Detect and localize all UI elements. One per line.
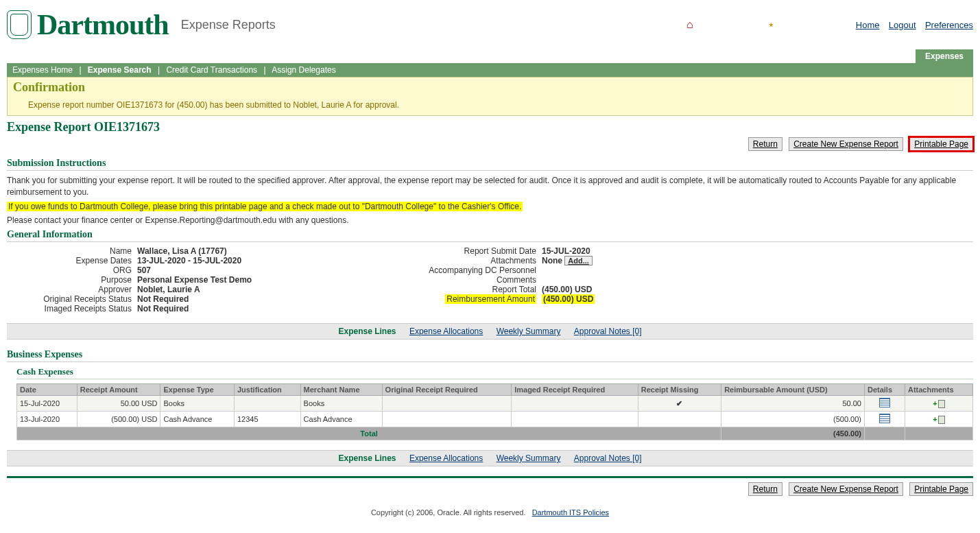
nav-expenses-home[interactable]: Expenses Home bbox=[12, 65, 73, 75]
gi-submit-date-value: 15-JUL-2020 bbox=[542, 246, 590, 256]
th-orig-receipt-req: Original Receipt Required bbox=[382, 384, 512, 396]
cell-orig-req bbox=[382, 396, 512, 412]
section-nav-bottom: Expense Lines Expense Allocations Weekly… bbox=[7, 450, 973, 466]
cell-attachments[interactable]: + bbox=[905, 396, 972, 412]
nav-assign-delegates[interactable]: Assign Delegates bbox=[272, 65, 335, 75]
create-new-button[interactable]: Create New Expense Report bbox=[789, 482, 903, 496]
general-information-heading: General Information bbox=[7, 229, 973, 242]
th-date: Date bbox=[17, 384, 77, 396]
sub-navbar: Expenses Home | Expense Search | Credit … bbox=[7, 63, 973, 77]
confirmation-box: Confirmation Expense report number OIE13… bbox=[7, 77, 973, 116]
th-justification: Justification bbox=[235, 384, 301, 396]
cash-expenses-heading: Cash Expenses bbox=[16, 366, 973, 379]
gi-attachments-value: None Add... bbox=[542, 256, 593, 265]
cell-details[interactable] bbox=[864, 396, 905, 412]
gi-name-value: Wallace, Lisa A (17767) bbox=[137, 246, 227, 256]
add-attachment-icon[interactable]: + bbox=[933, 399, 944, 408]
header-bar: Dartmouth Expense Reports ⌂ ⭑ Home Logou… bbox=[7, 5, 973, 49]
table-row: 13-Jul-2020 (500.00) USD Cash Advance 12… bbox=[17, 412, 973, 427]
cell-attachments[interactable]: + bbox=[905, 412, 972, 427]
gi-dates-value: 13-JUL-2020 - 15-JUL-2020 bbox=[137, 256, 241, 265]
nav-expense-allocations[interactable]: Expense Allocations bbox=[409, 453, 483, 463]
owe-funds-highlight: If you owe funds to Dartmouth College, p… bbox=[7, 202, 523, 211]
cell-missing bbox=[638, 412, 721, 427]
gi-purpose-label: Purpose bbox=[7, 275, 137, 285]
cell-justification: 12345 bbox=[235, 412, 301, 427]
gi-comments-label: Comments bbox=[411, 275, 542, 285]
cell-img-req bbox=[512, 396, 638, 412]
nav-weekly-summary[interactable]: Weekly Summary bbox=[497, 327, 561, 336]
th-merchant: Merchant Name bbox=[300, 384, 382, 396]
tab-expenses[interactable]: Expenses bbox=[916, 49, 973, 63]
gi-org-value: 507 bbox=[137, 265, 151, 275]
th-attachments: Attachments bbox=[905, 384, 972, 396]
nav-approval-notes[interactable]: Approval Notes [0] bbox=[574, 327, 642, 336]
total-label: Total bbox=[17, 427, 721, 440]
add-attachment-button[interactable]: Add... bbox=[564, 256, 593, 265]
gi-submit-date-label: Report Submit Date bbox=[411, 246, 542, 256]
cell-receipt-amount: (500.00) USD bbox=[77, 412, 160, 427]
instruction-p1: Thank you for submitting your expense re… bbox=[7, 175, 973, 198]
tab-row: Expenses bbox=[7, 49, 973, 63]
nav-expense-lines[interactable]: Expense Lines bbox=[333, 453, 402, 463]
logout-link[interactable]: Logout bbox=[889, 20, 916, 30]
instruction-p3: Please contact your finance center or Ex… bbox=[7, 215, 973, 226]
gi-report-total-label: Report Total bbox=[411, 285, 542, 294]
its-policies-link[interactable]: Dartmouth ITS Policies bbox=[532, 508, 609, 517]
home-icon[interactable]: ⌂ bbox=[686, 19, 693, 31]
nav-credit-card[interactable]: Credit Card Transactions bbox=[166, 65, 257, 75]
nav-approval-notes[interactable]: Approval Notes [0] bbox=[574, 453, 642, 463]
gi-reimb-amount-value: (450.00) USD bbox=[542, 294, 595, 304]
preferences-link[interactable]: Preferences bbox=[925, 20, 973, 30]
cell-reimb: 50.00 bbox=[721, 396, 865, 412]
footer-copyright: Copyright (c) 2006, Oracle. All rights r… bbox=[7, 508, 973, 517]
cell-merchant: Cash Advance bbox=[300, 412, 382, 427]
shield-icon bbox=[7, 10, 32, 39]
gi-purpose-value: Personal Expense Test Demo bbox=[137, 275, 252, 285]
printable-page-button[interactable]: Printable Page bbox=[909, 482, 973, 496]
gi-dates-label: Expense Dates bbox=[7, 256, 137, 265]
favorite-icon[interactable]: ⭑ bbox=[769, 19, 774, 31]
th-receipt-missing: Receipt Missing bbox=[638, 384, 721, 396]
brand-block: Dartmouth Expense Reports bbox=[7, 8, 276, 41]
submission-instructions-heading: Submission Instructions bbox=[7, 158, 973, 171]
business-expenses-heading: Business Expenses bbox=[7, 349, 973, 362]
th-reimb-amount: Reimbursable Amount (USD) bbox=[721, 384, 865, 396]
return-button[interactable]: Return bbox=[748, 137, 782, 151]
page-title: Expense Report OIE1371673 bbox=[7, 120, 973, 134]
th-receipt-amount: Receipt Amount bbox=[77, 384, 160, 396]
nav-expense-search[interactable]: Expense Search bbox=[88, 65, 152, 75]
details-icon[interactable] bbox=[879, 398, 890, 407]
cell-details[interactable] bbox=[864, 412, 905, 427]
add-attachment-icon[interactable]: + bbox=[933, 415, 944, 424]
action-bar-bottom: Return Create New Expense Report Printab… bbox=[7, 482, 973, 496]
confirmation-message: Expense report number OIE1371673 for (45… bbox=[8, 97, 972, 115]
nav-weekly-summary[interactable]: Weekly Summary bbox=[497, 453, 561, 463]
th-expense-type: Expense Type bbox=[160, 384, 235, 396]
gi-dc-personnel-label: Accompanying DC Personnel bbox=[411, 265, 542, 275]
top-links: Home Logout Preferences bbox=[849, 20, 973, 30]
gi-imaged-receipts-label: Imaged Receipts Status bbox=[7, 304, 137, 313]
return-button[interactable]: Return bbox=[748, 482, 782, 496]
table-row: 15-Jul-2020 50.00 USD Books Books ✔ 50.0… bbox=[17, 396, 973, 412]
nav-expense-lines[interactable]: Expense Lines bbox=[333, 327, 402, 336]
gi-reimb-amount-label: Reimbursement Amount bbox=[411, 294, 542, 304]
cell-merchant: Books bbox=[300, 396, 382, 412]
nav-expense-allocations[interactable]: Expense Allocations bbox=[409, 327, 483, 336]
details-icon[interactable] bbox=[879, 414, 890, 423]
th-details: Details bbox=[864, 384, 905, 396]
gi-orig-receipts-value: Not Required bbox=[137, 294, 189, 304]
home-link[interactable]: Home bbox=[856, 20, 880, 30]
gi-imaged-receipts-value: Not Required bbox=[137, 304, 189, 313]
app-title: Expense Reports bbox=[181, 18, 276, 32]
general-information-grid: NameWallace, Lisa A (17767) Expense Date… bbox=[7, 246, 973, 313]
action-bar-top: Return Create New Expense Report Printab… bbox=[7, 137, 973, 151]
create-new-button[interactable]: Create New Expense Report bbox=[789, 137, 903, 151]
printable-page-button[interactable]: Printable Page bbox=[909, 137, 973, 151]
th-imaged-receipt-req: Imaged Receipt Required bbox=[512, 384, 638, 396]
gi-attachments-label: Attachments bbox=[411, 256, 542, 265]
gi-orig-receipts-label: Original Receipts Status bbox=[7, 294, 137, 304]
cell-expense-type: Books bbox=[160, 396, 235, 412]
gi-name-label: Name bbox=[7, 246, 137, 256]
cell-orig-req bbox=[382, 412, 512, 427]
